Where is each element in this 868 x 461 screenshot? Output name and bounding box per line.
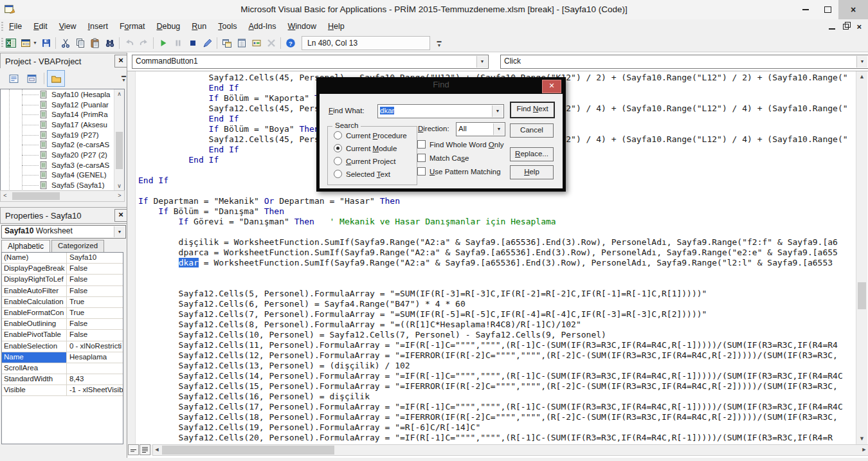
scrollbar-thumb[interactable] [858, 282, 866, 309]
view-object-icon[interactable] [23, 71, 40, 86]
property-name[interactable]: StandardWidth [2, 374, 67, 384]
menu-item-file[interactable]: File [3, 19, 28, 34]
code-line[interactable]: Sayfa12.Cells(10, Personel) = Sayfa12.Ce… [136, 330, 856, 340]
scroll-left-icon[interactable]: < [2, 193, 8, 199]
property-name[interactable]: (Name) [2, 253, 67, 263]
code-line[interactable]: If Departman = "Mekanik" Or Departman = … [136, 196, 856, 206]
object-dropdown[interactable]: CommandButton1 ▼ [132, 55, 489, 69]
property-name[interactable]: EnableCalculation [2, 297, 67, 307]
code-line[interactable]: If Bölüm = "Danışma" Then [136, 206, 856, 217]
scrollbar-thumb[interactable] [12, 192, 60, 200]
menu-item-addins[interactable]: Add-Ins [242, 19, 282, 34]
radio-icon[interactable] [334, 157, 342, 165]
menu-item-run[interactable]: Run [186, 19, 212, 34]
radio-icon[interactable] [334, 170, 342, 178]
restore-icon[interactable] [843, 23, 849, 32]
code-line[interactable]: Sayfa12.Cells(15, Personel).FormulaArray… [136, 381, 856, 392]
find-dialog-title[interactable]: Find [316, 77, 566, 94]
properties-close-icon[interactable]: × [114, 209, 127, 222]
radio-icon[interactable] [334, 144, 342, 152]
chevron-down-icon[interactable]: ▼ [856, 56, 867, 68]
scroll-up-icon[interactable]: ∧ [114, 91, 124, 97]
menu-item-view[interactable]: View [53, 19, 82, 34]
property-row[interactable]: EnableCalculationTrue [2, 297, 123, 308]
radio-selected-text[interactable]: Selected Text [334, 170, 407, 178]
reset-icon[interactable] [185, 35, 200, 50]
code-line[interactable]: Sayfa12.Cells(5, Personel).FormulaArray … [136, 289, 856, 299]
project-tree-item[interactable]: Sayfa10 (Hesapla [1, 89, 124, 100]
property-name[interactable]: EnableAutoFilter [2, 286, 67, 296]
cancel-button[interactable]: Cancel [510, 123, 554, 138]
menu-item-edit[interactable]: Edit [28, 19, 53, 34]
property-row[interactable]: EnableSelection0 - xlNoRestricti [2, 341, 123, 352]
property-name[interactable]: ScrollArea [2, 363, 67, 374]
project-tree-item[interactable]: Sayfa20 (P27 (2) [1, 150, 124, 160]
property-row[interactable]: EnableFormatConTrue [2, 308, 123, 319]
project-tree-item[interactable]: Sayfa14 (PrimRa [1, 109, 124, 120]
property-value[interactable]: 8,43 [67, 374, 123, 384]
scroll-down-icon[interactable]: ▼ [857, 436, 867, 442]
chevron-down-icon[interactable]: ▼ [492, 105, 503, 117]
code-line[interactable]: If Görevi = "Danışman" Then ' Mekanik ve… [136, 217, 856, 227]
menu-item-debug[interactable]: Debug [150, 19, 186, 34]
code-hscrollbar[interactable]: ◄ ► [152, 444, 868, 456]
scrollbar-thumb[interactable] [162, 446, 334, 455]
close-icon[interactable]: × [856, 23, 862, 32]
help-button[interactable]: Help [510, 165, 554, 179]
radio-icon[interactable] [334, 131, 342, 140]
property-value[interactable]: -1 - xlSheetVisib [67, 385, 123, 395]
procedure-dropdown[interactable]: Click ▼ [500, 55, 868, 69]
checkbox-icon[interactable] [417, 154, 426, 162]
code-line[interactable] [136, 278, 856, 289]
property-row[interactable]: ScrollArea [2, 363, 123, 374]
property-name[interactable]: Visible [2, 385, 67, 395]
scrollbar-thumb[interactable] [116, 132, 123, 169]
project-tree-vscrollbar[interactable]: ∧ ∨ [114, 89, 124, 191]
object-browser-icon[interactable] [249, 35, 264, 50]
code-line[interactable]: dişçilik = WorksheetFunction.SumIf(Sayfa… [136, 237, 856, 248]
close-icon[interactable]: × [838, 0, 868, 19]
property-row[interactable]: DisplayPageBreakFalse [2, 264, 123, 275]
toolbar-overflow-icon[interactable]: ▬▼ [435, 39, 443, 48]
code-line[interactable]: Sayfa12.Cells(13, Personel) = (dişçilik)… [136, 361, 856, 371]
property-value[interactable]: Sayfa10 [67, 253, 123, 263]
copy-icon[interactable] [73, 35, 87, 50]
cut-icon[interactable] [58, 35, 73, 50]
toggle-folders-icon[interactable] [47, 70, 65, 87]
property-name[interactable]: EnableOutlining [2, 319, 67, 329]
property-row[interactable]: EnablePivotTableFalse [2, 330, 123, 341]
property-value[interactable]: False [67, 330, 123, 340]
close-icon[interactable]: ✕ [542, 80, 561, 93]
code-line[interactable]: Sayfa12.Cells(19, Personel).FormulaArray… [136, 422, 856, 433]
property-value[interactable]: 0 - xlNoRestricti [67, 341, 123, 352]
scroll-up-icon[interactable]: ▲ [857, 74, 867, 80]
menu-item-format[interactable]: Format [114, 19, 151, 34]
project-tree-item[interactable]: Sayfa12 (Puanlar [1, 100, 124, 110]
menu-item-tools[interactable]: Tools [212, 19, 242, 34]
property-value[interactable]: False [67, 286, 123, 296]
object-selector-combo[interactable]: Sayfa10 Worksheet ▼ [1, 225, 126, 239]
property-name[interactable]: EnablePivotTable [2, 330, 67, 340]
project-tree-item[interactable]: Sayfa2 (e-carsAS [1, 140, 124, 150]
scroll-left-icon[interactable]: ◄ [154, 447, 160, 453]
property-value[interactable]: False [67, 264, 123, 274]
code-line[interactable]: dkar = WorksheetFunction.SumIf(Sayfa9.Ra… [136, 258, 856, 268]
maximize-icon[interactable] [817, 0, 838, 19]
chevron-down-icon[interactable]: ▼ [493, 123, 504, 135]
property-value[interactable]: True [67, 297, 123, 307]
paste-icon[interactable] [87, 35, 102, 50]
project-tree-hscrollbar[interactable]: < > [0, 190, 125, 202]
property-value[interactable]: False [67, 275, 123, 285]
help-icon[interactable]: ? [283, 35, 298, 50]
property-name[interactable]: DisplayRightToLef [2, 275, 67, 285]
project-tree-item[interactable]: Sayfa5 (Sayfa1) [1, 180, 124, 190]
property-row[interactable]: EnableOutliningFalse [2, 319, 123, 330]
find-what-input[interactable]: dkar ▼ [377, 104, 504, 118]
project-tree-item[interactable]: Sayfa17 (Aksesu [1, 120, 124, 130]
property-value[interactable]: True [67, 308, 123, 318]
property-row[interactable]: StandardWidth8,43 [2, 374, 123, 385]
code-line[interactable]: Sayfa12.Cells(8, Personel).FormulaArray … [136, 320, 856, 330]
code-line[interactable]: Sayfa12.Cells(18, Personel).FormulaArray… [136, 412, 856, 422]
property-name[interactable]: Name [2, 352, 67, 363]
procedure-view-icon[interactable] [128, 444, 139, 455]
